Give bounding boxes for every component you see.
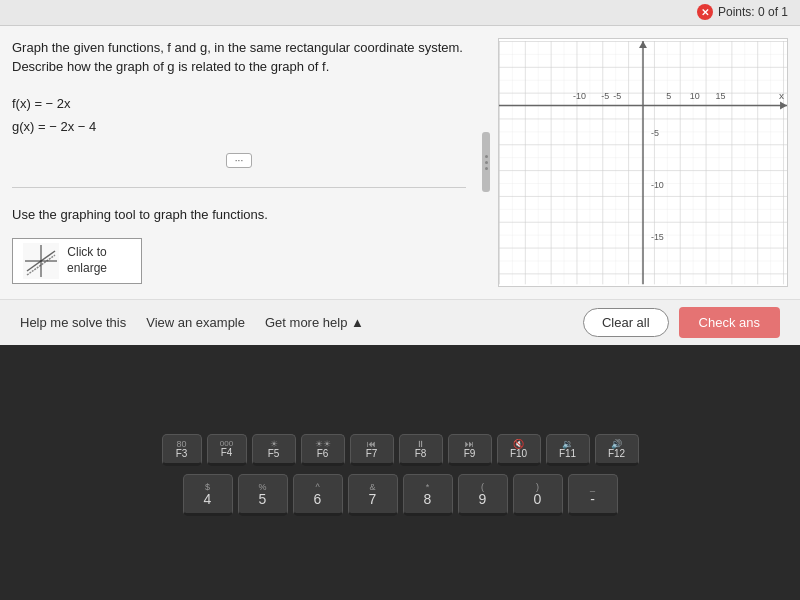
enlarge-icon	[23, 243, 59, 279]
key-9[interactable]: ( 9	[458, 474, 508, 516]
handle-dot	[485, 161, 488, 164]
key-f5[interactable]: ☀ F5	[252, 434, 296, 466]
check-answer-button[interactable]: Check ans	[679, 307, 780, 338]
resize-handle[interactable]	[482, 132, 490, 192]
key-4[interactable]: $ 4	[183, 474, 233, 516]
svg-text:x: x	[779, 89, 784, 100]
key-6[interactable]: ^ 6	[293, 474, 343, 516]
clear-all-button[interactable]: Clear all	[583, 308, 669, 337]
number-key-row: $ 4 % 5 ^ 6 & 7 * 8 ( 9 ) 0 _ -	[183, 474, 618, 516]
top-bar: ✕ Points: 0 of 1	[0, 0, 800, 26]
enlarge-button[interactable]: Click to enlarge	[12, 238, 142, 284]
fx-formula: f(x) = − 2x	[12, 92, 466, 115]
key-f3[interactable]: 80 F3	[162, 434, 202, 466]
key-f11[interactable]: 🔉 F11	[546, 434, 590, 466]
more-help-link[interactable]: Get more help ▲	[265, 315, 384, 330]
svg-text:-5: -5	[651, 128, 659, 138]
key-f8[interactable]: ⏸ F8	[399, 434, 443, 466]
svg-text:-15: -15	[651, 231, 664, 241]
svg-text:-10: -10	[573, 90, 586, 100]
key-f10[interactable]: 🔇 F10	[497, 434, 541, 466]
error-icon: ✕	[697, 4, 713, 20]
svg-text:-10: -10	[651, 180, 664, 190]
functions-box: f(x) = − 2x g(x) = − 2x − 4	[12, 92, 466, 139]
svg-text:-5: -5	[613, 90, 621, 100]
example-link[interactable]: View an example	[146, 315, 265, 330]
key-0[interactable]: ) 0	[513, 474, 563, 516]
key-f6[interactable]: ☀☀ F6	[301, 434, 345, 466]
content-row: Graph the given functions, f and g, in t…	[0, 26, 800, 299]
enlarge-label: Click to enlarge	[67, 245, 107, 276]
key-minus[interactable]: _ -	[568, 474, 618, 516]
graphing-instruction: Use the graphing tool to graph the funct…	[12, 207, 466, 222]
key-8[interactable]: * 8	[403, 474, 453, 516]
svg-text:10: 10	[690, 90, 700, 100]
key-5[interactable]: % 5	[238, 474, 288, 516]
key-f9[interactable]: ⏭ F9	[448, 434, 492, 466]
gx-formula: g(x) = − 2x − 4	[12, 115, 466, 138]
graph-svg: x -5 -10 -5 5 10 15 -5 -10 -15	[499, 39, 787, 286]
handle-dot	[485, 167, 488, 170]
points-badge: ✕ Points: 0 of 1	[697, 4, 788, 20]
question-text: Graph the given functions, f and g, in t…	[12, 38, 466, 77]
points-label: Points: 0 of 1	[718, 5, 788, 19]
svg-text:15: 15	[715, 90, 725, 100]
key-f7[interactable]: ⏮ F7	[350, 434, 394, 466]
question-area: Graph the given functions, f and g, in t…	[12, 38, 466, 287]
graph-area[interactable]: x -5 -10 -5 5 10 15 -5 -10 -15	[498, 38, 788, 287]
main-panel: ✕ Points: 0 of 1 Graph the given functio…	[0, 0, 800, 345]
svg-text:-5: -5	[601, 90, 609, 100]
keyboard-area: 80 F3 000 F4 ☀ F5 ☀☀ F6 ⏮ F7 ⏸ F8 ⏭ F9 🔇	[0, 345, 800, 600]
svg-text:5: 5	[666, 90, 671, 100]
handle-dot	[485, 155, 488, 158]
more-button[interactable]: ···	[226, 153, 252, 168]
bottom-bar: Help me solve this View an example Get m…	[0, 299, 800, 345]
key-f12[interactable]: 🔊 F12	[595, 434, 639, 466]
fn-key-row: 80 F3 000 F4 ☀ F5 ☀☀ F6 ⏮ F7 ⏸ F8 ⏭ F9 🔇	[162, 434, 639, 466]
help-link[interactable]: Help me solve this	[20, 315, 146, 330]
divider	[12, 187, 466, 188]
key-7[interactable]: & 7	[348, 474, 398, 516]
key-f4[interactable]: 000 F4	[207, 434, 247, 466]
